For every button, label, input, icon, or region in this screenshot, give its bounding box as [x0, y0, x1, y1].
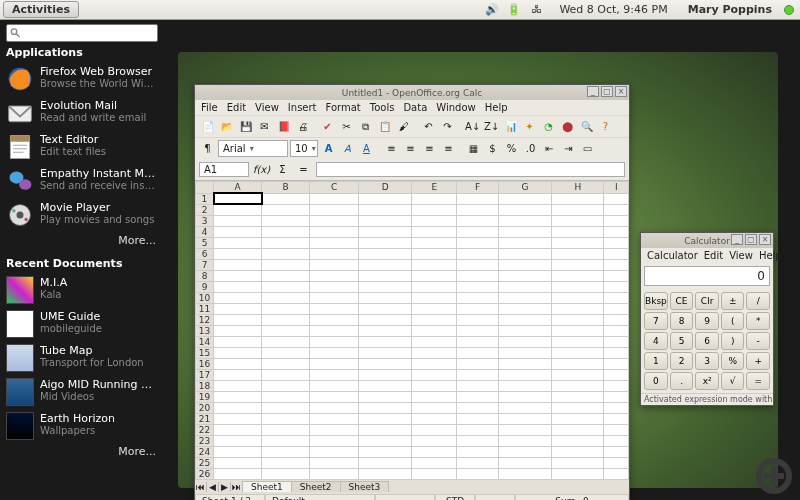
row-header[interactable]: 14: [196, 336, 214, 347]
calc-key[interactable]: -: [746, 332, 770, 350]
cell[interactable]: [412, 270, 457, 281]
cell[interactable]: [498, 193, 552, 204]
row-header[interactable]: 6: [196, 248, 214, 259]
cell[interactable]: [552, 248, 604, 259]
cell[interactable]: [552, 424, 604, 435]
cell[interactable]: [604, 215, 629, 226]
cell[interactable]: [552, 336, 604, 347]
cell[interactable]: [552, 204, 604, 215]
cell[interactable]: [310, 336, 359, 347]
cell[interactable]: [498, 369, 552, 380]
cell[interactable]: [552, 358, 604, 369]
cell[interactable]: [359, 237, 412, 248]
cell[interactable]: [604, 193, 629, 204]
cell[interactable]: [412, 391, 457, 402]
row-header[interactable]: 11: [196, 303, 214, 314]
doc-item[interactable]: UME Guidemobileguide: [6, 307, 158, 341]
battery-icon[interactable]: 🔋: [507, 3, 521, 17]
maximize-button[interactable]: ▢: [745, 234, 757, 245]
cell[interactable]: [262, 270, 310, 281]
calc-key[interactable]: ): [721, 332, 745, 350]
doc-item[interactable]: Earth HorizonWallpapers: [6, 409, 158, 443]
row-header[interactable]: 3: [196, 215, 214, 226]
sheet-tab[interactable]: Sheet1: [242, 481, 292, 492]
calculator-window[interactable]: Calculator _ ▢ × CalculatorEditViewHelp …: [640, 232, 774, 406]
redo-icon[interactable]: ↷: [439, 118, 456, 135]
cell[interactable]: [552, 215, 604, 226]
cell[interactable]: [262, 402, 310, 413]
spreadsheet-grid[interactable]: ABCDEFGHI1234567891011121314151617181920…: [195, 180, 629, 480]
sheet-tab[interactable]: Sheet2: [291, 481, 341, 492]
pdf-icon[interactable]: 📕: [275, 118, 292, 135]
cell[interactable]: [359, 435, 412, 446]
cell[interactable]: [604, 292, 629, 303]
cell[interactable]: [310, 446, 359, 457]
sort-desc-icon[interactable]: Z↓: [483, 118, 500, 135]
cell[interactable]: [214, 336, 262, 347]
cell[interactable]: [214, 215, 262, 226]
gallery-icon[interactable]: ◔: [540, 118, 557, 135]
cell[interactable]: [310, 314, 359, 325]
calc-key[interactable]: 2: [670, 352, 694, 370]
menu-item[interactable]: Data: [403, 102, 427, 113]
cell[interactable]: [214, 424, 262, 435]
cell[interactable]: [498, 402, 552, 413]
calc-key[interactable]: 3: [695, 352, 719, 370]
cell[interactable]: [604, 380, 629, 391]
cell[interactable]: [604, 369, 629, 380]
cell[interactable]: [214, 358, 262, 369]
column-header[interactable]: H: [552, 182, 604, 194]
cell[interactable]: [310, 468, 359, 479]
cell[interactable]: [412, 446, 457, 457]
cell[interactable]: [412, 303, 457, 314]
calc-key[interactable]: %: [721, 352, 745, 370]
merge-icon[interactable]: ▦: [465, 140, 482, 157]
cell[interactable]: [604, 468, 629, 479]
cell[interactable]: [498, 468, 552, 479]
cell[interactable]: [498, 347, 552, 358]
cell[interactable]: [498, 303, 552, 314]
cell[interactable]: [412, 193, 457, 204]
cell[interactable]: [457, 358, 498, 369]
row-header[interactable]: 2: [196, 204, 214, 215]
calc-key[interactable]: 5: [670, 332, 694, 350]
chart-icon[interactable]: 📊: [502, 118, 519, 135]
cell[interactable]: [310, 204, 359, 215]
cell[interactable]: [214, 248, 262, 259]
mail-icon[interactable]: ✉: [256, 118, 273, 135]
cell[interactable]: [359, 226, 412, 237]
cell[interactable]: [457, 402, 498, 413]
borders-icon[interactable]: ▭: [579, 140, 596, 157]
column-header[interactable]: D: [359, 182, 412, 194]
indent-dec-icon[interactable]: ⇤: [541, 140, 558, 157]
cut-icon[interactable]: ✂: [338, 118, 355, 135]
cell[interactable]: [412, 204, 457, 215]
sheet-tab[interactable]: Sheet3: [340, 481, 390, 492]
docs-more[interactable]: More...: [6, 443, 158, 464]
cell[interactable]: [262, 468, 310, 479]
network-icon[interactable]: 🖧: [529, 3, 543, 17]
calc-key[interactable]: CE: [670, 292, 694, 310]
calc-key[interactable]: ±: [721, 292, 745, 310]
cell[interactable]: [262, 281, 310, 292]
cell[interactable]: [412, 380, 457, 391]
cell[interactable]: [310, 281, 359, 292]
cell[interactable]: [412, 237, 457, 248]
cell[interactable]: [214, 402, 262, 413]
cell[interactable]: [359, 468, 412, 479]
cell[interactable]: [552, 237, 604, 248]
indent-inc-icon[interactable]: ⇥: [560, 140, 577, 157]
cell[interactable]: [262, 457, 310, 468]
paste-icon[interactable]: 📋: [376, 118, 393, 135]
calc-key[interactable]: =: [746, 372, 770, 390]
row-header[interactable]: 26: [196, 468, 214, 479]
app-item[interactable]: Firefox Web BrowserBrowse the World Wide…: [6, 62, 158, 96]
cell[interactable]: [214, 270, 262, 281]
row-header[interactable]: 5: [196, 237, 214, 248]
cell[interactable]: [262, 358, 310, 369]
cell[interactable]: [310, 347, 359, 358]
cell[interactable]: [262, 446, 310, 457]
cell[interactable]: [604, 347, 629, 358]
doc-item[interactable]: M.I.AKala: [6, 273, 158, 307]
cell[interactable]: [214, 446, 262, 457]
